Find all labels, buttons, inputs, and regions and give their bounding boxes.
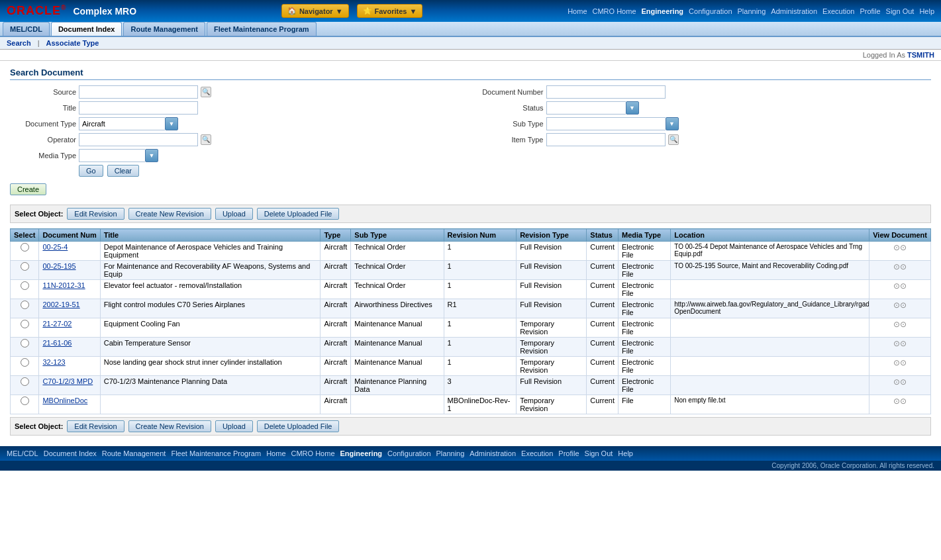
create-new-revision-button-top[interactable]: Create New Revision xyxy=(128,208,211,220)
view-document-icon[interactable]: ⊙⊙ xyxy=(893,301,907,310)
nav-help[interactable]: Help xyxy=(919,7,934,15)
view-document-icon[interactable]: ⊙⊙ xyxy=(893,339,907,348)
doc-type-dropdown-btn[interactable]: ▼ xyxy=(165,117,178,130)
source-search-icon[interactable]: 🔍 xyxy=(201,87,211,97)
operator-input[interactable] xyxy=(79,133,198,146)
nav-home[interactable]: Home xyxy=(568,7,587,15)
doc-num-link[interactable]: MBOnlineDoc xyxy=(42,397,87,404)
upload-button-top[interactable]: Upload xyxy=(215,208,253,220)
view-document-icon[interactable]: ⊙⊙ xyxy=(893,397,907,406)
footer-mel-cdl[interactable]: MEL/CDL xyxy=(7,449,38,457)
delete-uploaded-file-button-top[interactable]: Delete Uploaded File xyxy=(257,208,340,220)
row-view-doc[interactable]: ⊙⊙ xyxy=(869,357,931,376)
doc-num-link[interactable]: 21-61-06 xyxy=(42,339,72,347)
footer-home[interactable]: Home xyxy=(266,449,285,457)
row-select-radio[interactable] xyxy=(11,261,39,280)
footer-execution[interactable]: Execution xyxy=(521,449,553,457)
sub-type-dropdown-btn[interactable]: ▼ xyxy=(666,117,679,130)
row-view-doc[interactable]: ⊙⊙ xyxy=(869,280,931,299)
view-document-icon[interactable]: ⊙⊙ xyxy=(893,358,907,367)
row-select-radio[interactable] xyxy=(11,318,39,338)
title-input[interactable] xyxy=(79,101,198,115)
row-media-type: Electronic File xyxy=(619,376,671,395)
tab-document-index[interactable]: Document Index xyxy=(51,22,123,36)
footer-engineering[interactable]: Engineering xyxy=(340,449,383,457)
favorites-button[interactable]: ⭐ Favorites ▼ xyxy=(357,4,423,18)
create-new-revision-button-bottom[interactable]: Create New Revision xyxy=(128,420,211,432)
row-media-type: Electronic File xyxy=(619,318,671,338)
nav-cmro-home[interactable]: CMRO Home xyxy=(593,7,636,15)
item-type-search-icon[interactable]: 🔍 xyxy=(668,134,679,145)
oracle-wordmark: ORACLE® xyxy=(7,4,66,18)
footer-configuration[interactable]: Configuration xyxy=(387,449,430,457)
footer-route-management[interactable]: Route Management xyxy=(102,449,166,457)
view-document-icon[interactable]: ⊙⊙ xyxy=(893,281,907,291)
doc-num-link[interactable]: 00-25-4 xyxy=(42,243,68,251)
doc-number-input[interactable] xyxy=(546,85,666,99)
tab-route-management[interactable]: Route Management xyxy=(123,22,205,36)
nav-execution[interactable]: Execution xyxy=(822,7,854,15)
row-view-doc[interactable]: ⊙⊙ xyxy=(869,261,931,280)
upload-button-bottom[interactable]: Upload xyxy=(215,420,253,432)
nav-administration[interactable]: Administration xyxy=(771,7,817,15)
footer-cmro-home[interactable]: CMRO Home xyxy=(291,449,335,457)
footer-planning[interactable]: Planning xyxy=(436,449,465,457)
doc-num-link[interactable]: 11N-2012-31 xyxy=(42,281,85,289)
view-document-icon[interactable]: ⊙⊙ xyxy=(893,377,907,387)
tab-fleet-maintenance[interactable]: Fleet Maintenance Program xyxy=(207,22,317,36)
row-view-doc[interactable]: ⊙⊙ xyxy=(869,299,931,318)
row-view-doc[interactable]: ⊙⊙ xyxy=(869,242,931,261)
footer-help[interactable]: Help xyxy=(618,449,633,457)
media-type-input[interactable] xyxy=(79,149,145,162)
doc-num-link[interactable]: 32-123 xyxy=(42,358,65,366)
item-type-input[interactable] xyxy=(546,133,666,146)
footer-document-index[interactable]: Document Index xyxy=(44,449,97,457)
doc-num-link[interactable]: 21-27-02 xyxy=(42,320,72,328)
row-select-radio[interactable] xyxy=(11,395,39,414)
clear-button[interactable]: Clear xyxy=(107,165,139,177)
nav-engineering[interactable]: Engineering xyxy=(642,7,684,15)
status-input[interactable] xyxy=(546,101,626,115)
row-select-radio[interactable] xyxy=(11,338,39,357)
row-view-doc[interactable]: ⊙⊙ xyxy=(869,318,931,338)
status-dropdown-btn[interactable]: ▼ xyxy=(626,101,639,115)
create-button[interactable]: Create xyxy=(10,183,46,195)
row-view-doc[interactable]: ⊙⊙ xyxy=(869,338,931,357)
row-select-radio[interactable] xyxy=(11,242,39,261)
nav-planning[interactable]: Planning xyxy=(738,7,766,15)
row-view-doc[interactable]: ⊙⊙ xyxy=(869,395,931,414)
edit-revision-button-top[interactable]: Edit Revision xyxy=(67,208,124,220)
row-select-radio[interactable] xyxy=(11,376,39,395)
doc-num-link[interactable]: 2002-19-51 xyxy=(42,301,79,308)
nav-sign-out[interactable]: Sign Out xyxy=(886,7,915,15)
media-type-dropdown-btn[interactable]: ▼ xyxy=(145,149,158,162)
view-document-icon[interactable]: ⊙⊙ xyxy=(893,243,907,252)
row-sub-type: Airworthiness Directives xyxy=(351,299,444,318)
doc-num-link[interactable]: C70-1/2/3 MPD xyxy=(42,377,93,385)
operator-search-icon[interactable]: 🔍 xyxy=(201,134,211,145)
nav-configuration[interactable]: Configuration xyxy=(689,7,732,15)
edit-revision-button-bottom[interactable]: Edit Revision xyxy=(67,420,124,432)
row-select-radio[interactable] xyxy=(11,357,39,376)
sub-nav-search[interactable]: Search xyxy=(7,39,38,47)
sub-nav-associate-type[interactable]: Associate Type xyxy=(46,39,106,47)
row-view-doc[interactable]: ⊙⊙ xyxy=(869,376,931,395)
navigator-button[interactable]: 🏠 Navigator ▼ xyxy=(281,4,349,18)
footer-profile[interactable]: Profile xyxy=(558,449,579,457)
nav-profile[interactable]: Profile xyxy=(860,7,880,15)
footer-administration[interactable]: Administration xyxy=(470,449,516,457)
doc-type-input[interactable] xyxy=(79,117,165,130)
row-select-radio[interactable] xyxy=(11,299,39,318)
sub-type-input[interactable] xyxy=(546,117,666,130)
source-input[interactable] xyxy=(79,85,198,99)
view-document-icon[interactable]: ⊙⊙ xyxy=(893,320,907,329)
go-button[interactable]: Go xyxy=(79,165,103,177)
view-document-icon[interactable]: ⊙⊙ xyxy=(893,262,907,271)
tab-mel-cdl[interactable]: MEL/CDL xyxy=(3,22,50,36)
footer-sign-out[interactable]: Sign Out xyxy=(585,449,613,457)
footer-fleet-maintenance[interactable]: Fleet Maintenance Program xyxy=(171,449,261,457)
row-doc-num: 00-25-4 xyxy=(39,242,100,261)
row-select-radio[interactable] xyxy=(11,280,39,299)
delete-uploaded-file-button-bottom[interactable]: Delete Uploaded File xyxy=(257,420,340,432)
doc-num-link[interactable]: 00-25-195 xyxy=(42,262,75,270)
